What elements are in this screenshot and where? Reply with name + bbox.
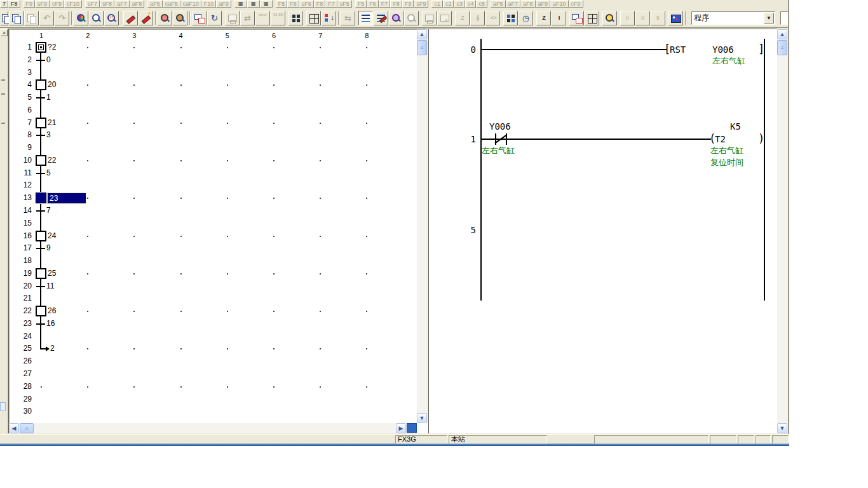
step-number-button[interactable]: 31 89 [271,11,285,25]
window-tile-button[interactable] [585,11,599,25]
sfc-transition[interactable] [36,248,45,249]
sfc-diagram[interactable]: 1234567812345678910111213141516171819202… [10,30,416,423]
ladder-vertical-scrollbar[interactable]: ▲ ▼ [777,29,788,433]
time-chart-button[interactable]: ◷ [519,11,533,25]
device-find-button[interactable] [89,11,104,25]
fkey-button-af5[interactable]: aF5 [491,0,506,8]
fkey-button-af9[interactable]: aF9 [536,0,551,8]
step-return-button[interactable]: I [552,11,566,25]
fkey-button-sf9[interactable]: sF9 [35,0,50,8]
step-up-button[interactable]: I↕ [620,11,635,25]
undo-button[interactable]: ↶ [39,11,54,25]
ladder-editor-pane[interactable]: 0 [ RST Y006 ] 左右气缸 1 Y006 左右气缸 K5 ( T2 … [428,29,777,433]
device-test-button[interactable]: Z [455,11,470,25]
fkey-button-f9[interactable]: F9 [402,0,414,8]
program-type-combo[interactable]: 程序▼ [691,11,775,25]
fkey-button-sf6[interactable]: sF6 [299,0,314,8]
forced-coil-button[interactable]: -<> [485,11,500,25]
fkey-button-f10[interactable]: F10 [201,0,217,8]
contact-device[interactable]: Y006 [489,121,511,132]
step-jump-button[interactable]: Z [536,11,551,25]
fkey-button-sf5[interactable]: sF5 [337,0,352,8]
fkey-button-cf9[interactable]: cF9 [569,0,583,8]
chevron-down-icon[interactable]: ▼ [764,13,774,24]
sfc-initial-step[interactable] [36,42,46,53]
forced-contact-button[interactable]: -||- [470,11,485,25]
zoom-in-button[interactable] [158,11,172,25]
error-check-button[interactable]: error [255,11,270,25]
sort-block-button[interactable] [322,11,336,25]
fkey-button-f9[interactable]: F9 [24,0,36,8]
write-mode-button[interactable] [123,11,138,25]
fkey-button-af9[interactable]: aF9 [216,0,231,8]
sfc-step[interactable] [36,118,46,128]
fkey-button-f8[interactable]: F8 [390,0,402,8]
sfc-step[interactable] [36,268,46,279]
fkey-button-c3[interactable]: c3 [454,0,465,8]
second-combo[interactable] [780,11,788,25]
sfc-view-button[interactable] [358,11,373,25]
fkey-button-7[interactable]: 7 [0,0,8,8]
fkey-button-caf5[interactable]: caF5 [163,0,180,8]
grid-display-button[interactable] [306,11,321,25]
paste-button[interactable] [24,11,39,25]
rst-mnemonic[interactable]: RST [670,44,686,55]
scroll-down-icon[interactable]: ▼ [777,423,787,433]
fkey-button-af5[interactable]: aF5 [147,0,163,8]
zoom-find-button[interactable] [389,11,403,25]
list-block-icon[interactable]: ▦ [260,0,273,8]
sfc-edit-button[interactable] [374,11,388,25]
edit-find-button[interactable] [404,11,419,25]
fkey-button-af8[interactable]: aF8 [520,0,536,8]
insert-mode-button[interactable] [139,11,153,25]
fkey-button-af7[interactable]: aF7 [114,0,130,8]
sfc-transition[interactable] [36,173,45,174]
scroll-left-icon[interactable]: ◀ [9,423,19,433]
monitor-start-button[interactable] [422,11,437,25]
fkey-button-f6[interactable]: F6 [287,0,299,8]
sfc-step[interactable] [36,306,46,316]
find-yellow-button[interactable] [602,11,617,25]
sfc-vertical-scrollbar[interactable]: ▲ ▼ [417,29,428,423]
fkey-button-caf10[interactable]: caF10 [180,0,201,8]
sfc-block-icon[interactable]: ▦ [234,0,247,8]
scroll-thumb[interactable] [777,40,787,55]
fkey-button-sf7[interactable]: sF7 [85,0,100,8]
fkey-button-af7[interactable]: aF7 [506,0,521,8]
window-cascade-button[interactable] [569,11,584,25]
zoom-out-button[interactable] [173,11,187,25]
plc-write-button[interactable] [225,11,240,25]
display-screen-button[interactable] [668,11,683,25]
zoom-block-icon[interactable]: ▦ [247,0,260,8]
fkey-button-f7[interactable]: F7 [325,0,337,8]
scroll-thumb[interactable] [417,40,427,55]
scroll-thumb[interactable] [20,423,34,433]
scroll-down-icon[interactable]: ▼ [417,413,427,423]
fkey-button-c2[interactable]: c2 [443,0,454,8]
scroll-up-icon[interactable]: ▲ [417,29,427,39]
fkey-button-sf9[interactable]: sF9 [414,0,428,8]
sfc-selected-label[interactable]: 23 [47,193,86,204]
fkey-button-f7[interactable]: F7 [379,0,391,8]
redo-button[interactable]: ↷ [55,11,69,25]
find-replace-button[interactable] [74,11,88,25]
sfc-transition[interactable] [36,323,45,325]
coil-device[interactable]: T2 [715,134,726,144]
sfc-step[interactable] [36,231,46,241]
scroll-up-icon[interactable]: ▲ [777,29,787,39]
clipboard-partial-button[interactable] [1,11,8,25]
scroll-right-icon[interactable]: ▶ [396,423,406,433]
sfc-transition[interactable] [36,210,45,212]
copy-button[interactable] [9,11,24,25]
sfc-step[interactable] [36,79,46,90]
sfc-horizontal-scrollbar[interactable]: ◀ ▶ [9,423,417,433]
fkey-button-c5[interactable]: c5 [476,0,487,8]
fkey-button-af10[interactable]: aF10 [550,0,569,8]
plc-verify-button[interactable]: ⇄ [240,11,255,25]
sfc-jump-label[interactable]: 2 [50,344,55,353]
fkey-button-af8[interactable]: aF8 [130,0,145,8]
fkey-button-f8[interactable]: F8 [314,0,326,8]
block-transfer-button[interactable]: ⇆ [341,11,355,25]
timer-preset[interactable]: K5 [730,121,741,132]
refresh-find-button[interactable]: ↻ [207,11,222,25]
